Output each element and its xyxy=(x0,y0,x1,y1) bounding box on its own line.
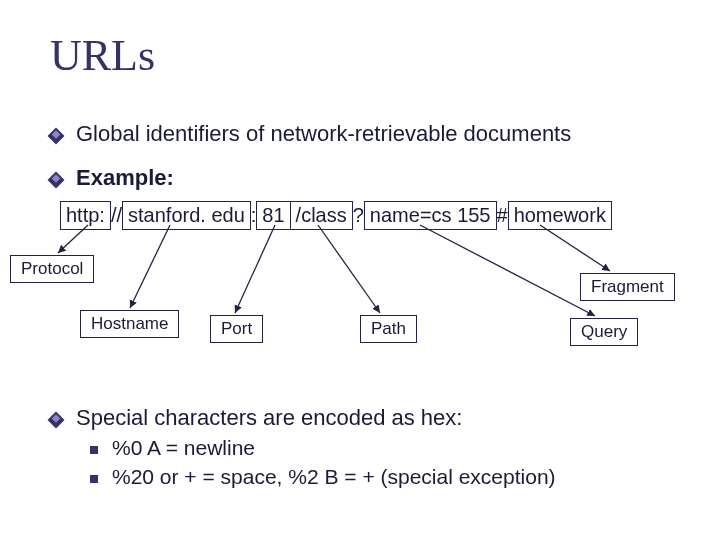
sub-bullet-text: %0 A = newline xyxy=(112,436,255,460)
bullet-icon xyxy=(48,172,65,189)
url-separator: // xyxy=(111,204,122,227)
label-hostname: Hostname xyxy=(80,310,179,338)
bullet-icon xyxy=(48,128,65,145)
label-query: Query xyxy=(570,318,638,346)
bullet-special-chars: Special characters are encoded as hex: xyxy=(50,405,680,431)
url-example: http://stanford. edu:81/class?name=cs 15… xyxy=(60,201,612,230)
url-segment-protocol: http: xyxy=(60,201,111,230)
sub-bullet-space: %20 or + = space, %2 B = + (special exce… xyxy=(90,465,680,489)
label-port: Port xyxy=(210,315,263,343)
url-segment-hostname: stanford. edu xyxy=(122,201,251,230)
label-fragment: Fragment xyxy=(580,273,675,301)
url-diagram-area: http://stanford. edu:81/class?name=cs 15… xyxy=(50,195,680,405)
bullet-icon xyxy=(48,412,65,429)
url-segment-port: 81 xyxy=(256,201,290,230)
label-path: Path xyxy=(360,315,417,343)
sub-bullet-icon xyxy=(90,446,98,454)
bullet-text: Example: xyxy=(76,165,174,191)
bottom-section: Special characters are encoded as hex: %… xyxy=(50,405,680,489)
url-separator: ? xyxy=(353,204,364,227)
slide: URLs Global identifiers of network-retri… xyxy=(0,0,720,540)
label-protocol: Protocol xyxy=(10,255,94,283)
slide-title: URLs xyxy=(50,30,680,81)
bullet-text: Global identifiers of network-retrievabl… xyxy=(76,121,571,147)
sub-bullet-newline: %0 A = newline xyxy=(90,436,680,460)
bullet-global-identifiers: Global identifiers of network-retrievabl… xyxy=(50,121,680,147)
sub-bullet-icon xyxy=(90,475,98,483)
url-segment-query: name=cs 155 xyxy=(364,201,497,230)
bullet-text: Special characters are encoded as hex: xyxy=(76,405,462,431)
url-segment-path: /class xyxy=(291,201,353,230)
sub-bullet-text: %20 or + = space, %2 B = + (special exce… xyxy=(112,465,556,489)
url-separator: # xyxy=(497,204,508,227)
url-segment-fragment: homework xyxy=(508,201,612,230)
bullet-example: Example: xyxy=(50,165,680,191)
